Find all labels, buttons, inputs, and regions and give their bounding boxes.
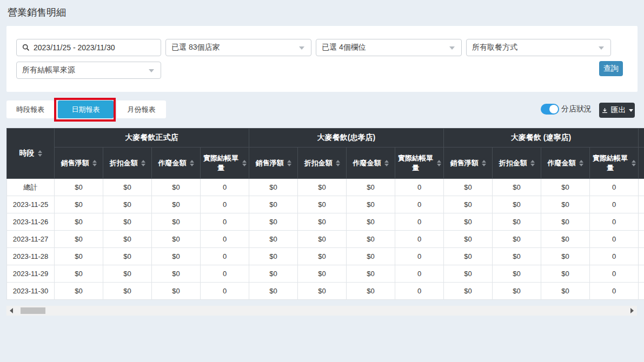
bill-source-dropdown[interactable]: 所有結帳單來源 — [16, 62, 161, 79]
data-cell: $0 — [55, 196, 103, 213]
data-cell: $0 — [55, 283, 103, 300]
sub-column-header[interactable]: 折扣金額 — [493, 148, 541, 179]
sort-icon[interactable] — [287, 160, 291, 166]
data-cell: 0 — [395, 179, 444, 196]
data-cell: 0 — [590, 283, 639, 300]
caret-down-icon — [629, 109, 633, 112]
sort-icon[interactable] — [384, 160, 389, 166]
export-button[interactable]: 匯出 — [599, 103, 635, 118]
data-cell: $0 — [347, 265, 395, 283]
sort-icon[interactable] — [632, 160, 636, 166]
scrollbar-thumb[interactable] — [21, 307, 45, 314]
data-cell: $0 — [493, 265, 541, 283]
report-table-container: 時段大麥餐飲正式店大麥餐飲(忠孝店)大麥餐飲 (遼寧店)銷售淨額折扣金額作廢金額… — [6, 128, 644, 300]
sub-column-header[interactable]: 作廢金額 — [541, 148, 590, 179]
data-cell-cutoff — [639, 248, 644, 265]
data-cell: $0 — [493, 179, 541, 196]
sub-column-header[interactable]: 銷售淨額 — [444, 148, 493, 179]
sort-icon[interactable] — [92, 160, 97, 166]
sub-column-header[interactable]: 銷售淨額 — [55, 148, 103, 179]
sub-column-header[interactable]: 作廢金額 — [152, 148, 201, 179]
data-cell: $0 — [103, 283, 152, 300]
data-cell: $0 — [249, 248, 298, 265]
sub-column-label: 實際結帳單量 — [592, 153, 628, 173]
sort-icon[interactable] — [336, 160, 340, 166]
data-cell: 0 — [395, 213, 444, 231]
table-row: 2023-11-27$0$0$00$0$0$00$0$0$00 — [7, 231, 644, 248]
store-group-header: 大麥餐飲(忠孝店) — [249, 129, 444, 148]
data-cell: 0 — [201, 283, 249, 300]
date-range-input[interactable]: 2023/11/25 - 2023/11/30 — [16, 39, 161, 56]
sub-column-header[interactable]: 銷售淨額 — [249, 148, 298, 179]
data-cell: $0 — [55, 248, 103, 265]
data-cell: $0 — [103, 248, 152, 265]
data-cell: $0 — [298, 179, 347, 196]
column-header-time-period[interactable]: 時段 — [7, 129, 55, 179]
pickup-method-dropdown[interactable]: 所有取餐方式 — [466, 39, 611, 56]
data-cell: $0 — [249, 283, 298, 300]
data-cell: $0 — [347, 196, 395, 213]
search-icon — [22, 44, 30, 51]
sort-icon[interactable] — [141, 160, 145, 166]
sub-column-label: 銷售淨額 — [450, 158, 479, 168]
sub-column-header[interactable]: 實際結帳單量 — [590, 148, 639, 179]
sub-column-label: 折扣金額 — [499, 158, 527, 168]
sort-icon[interactable] — [579, 160, 583, 166]
data-cell: $0 — [152, 196, 201, 213]
sort-icon[interactable] — [242, 160, 247, 166]
data-cell: $0 — [493, 213, 541, 231]
sub-column-header[interactable]: 折扣金額 — [298, 148, 347, 179]
row-label: 2023-11-25 — [7, 196, 55, 213]
table-row: 2023-11-28$0$0$00$0$0$00$0$0$00 — [7, 248, 644, 265]
data-cell: 0 — [201, 196, 249, 213]
query-button[interactable]: 查詢 — [599, 61, 623, 76]
sort-icon[interactable] — [38, 150, 42, 157]
column-select-dropdown[interactable]: 已選 4個欄位 — [316, 39, 462, 56]
data-cell: 0 — [201, 265, 249, 283]
data-cell: 0 — [590, 196, 639, 213]
data-cell-cutoff — [639, 231, 644, 248]
sub-column-label: 折扣金額 — [110, 158, 138, 168]
data-cell: $0 — [444, 231, 493, 248]
scroll-right-arrow[interactable] — [627, 306, 637, 316]
sub-column-label: 折扣金額 — [304, 158, 333, 168]
data-cell: $0 — [298, 213, 347, 231]
data-cell: $0 — [298, 265, 347, 283]
sub-column-header[interactable]: 作廢金額 — [347, 148, 395, 179]
download-icon — [601, 107, 608, 114]
data-cell: $0 — [55, 265, 103, 283]
data-cell: 0 — [590, 213, 639, 231]
horizontal-scrollbar[interactable] — [6, 306, 637, 316]
sub-column-header[interactable]: 折扣金額 — [103, 148, 152, 179]
data-cell: $0 — [152, 283, 201, 300]
data-cell: 0 — [395, 196, 444, 213]
sub-column-header[interactable]: 實際結帳單量 — [395, 148, 444, 179]
store-group-header-cutoff — [639, 129, 644, 148]
export-label: 匯出 — [611, 105, 626, 115]
data-cell-cutoff — [639, 283, 644, 300]
sub-column-header[interactable]: 實際結帳單量 — [201, 148, 249, 179]
table-row: 2023-11-29$0$0$00$0$0$00$0$0$00 — [7, 265, 644, 283]
tab-time-period-report[interactable]: 時段報表 — [6, 100, 54, 118]
store-select-dropdown[interactable]: 已選 83個店家 — [165, 39, 311, 56]
data-cell: $0 — [347, 213, 395, 231]
data-cell: $0 — [541, 248, 590, 265]
sub-column-label: 作廢金額 — [548, 158, 576, 168]
sort-icon[interactable] — [482, 160, 486, 166]
data-cell: $0 — [103, 196, 152, 213]
scroll-left-arrow[interactable] — [6, 306, 16, 316]
tab-date-report[interactable]: 日期報表 — [58, 100, 114, 118]
sort-icon[interactable] — [190, 160, 194, 166]
store-group-header: 大麥餐飲 (遼寧店) — [444, 129, 639, 148]
data-cell: 0 — [201, 248, 249, 265]
branch-status-toggle[interactable] — [541, 104, 559, 115]
sort-icon[interactable] — [530, 160, 535, 166]
tab-month-report[interactable]: 月份報表 — [117, 100, 166, 118]
data-cell-cutoff — [639, 196, 644, 213]
sort-icon[interactable] — [437, 160, 441, 166]
bill-source-value: 所有結帳單來源 — [22, 65, 75, 75]
toggle-knob — [549, 105, 558, 113]
data-cell: 0 — [201, 231, 249, 248]
data-cell: $0 — [249, 213, 298, 231]
row-label: 2023-11-30 — [7, 283, 55, 300]
